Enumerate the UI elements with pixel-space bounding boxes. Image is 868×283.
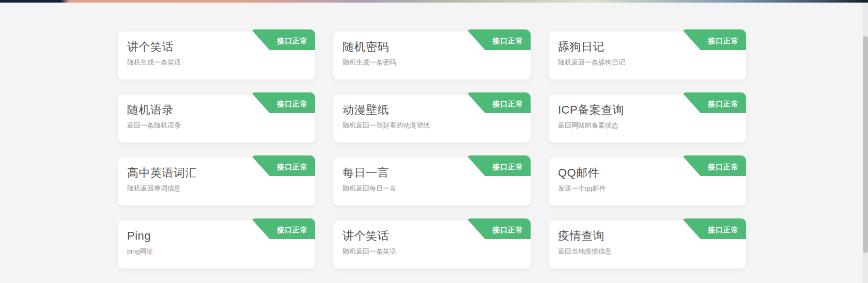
api-card-english-vocab[interactable]: 接口正常 高中英语词汇 随机返回单词信息 <box>118 158 315 206</box>
status-badge: 接口正常 <box>708 226 739 235</box>
api-card-joke-2[interactable]: 接口正常 讲个笑话 随机返回一条笑话 <box>333 221 531 269</box>
api-card-joke-1[interactable]: 接口正常 讲个笑话 随机生成一条笑话 <box>118 32 315 80</box>
status-badge: 接口正常 <box>277 226 308 235</box>
card-description: 发送一个qq邮件 <box>558 184 736 193</box>
api-card-ping[interactable]: 接口正常 Ping ping网址 <box>118 221 315 269</box>
top-banner-strip <box>0 0 868 3</box>
status-badge: 接口正常 <box>492 226 523 235</box>
card-description: 返回一条随机语录 <box>127 121 305 130</box>
api-card-random-password[interactable]: 接口正常 随机密码 随机生成一条密码 <box>333 32 531 80</box>
api-card-grid: 接口正常 讲个笑话 随机生成一条笑话 接口正常 随机密码 随机生成一条密码 接口… <box>118 32 746 269</box>
api-card-anime-wallpaper[interactable]: 接口正常 动漫壁纸 随机返回一张好看的动漫壁纸 <box>333 95 531 143</box>
card-description: 随机生成一条密码 <box>343 58 520 67</box>
status-badge: 接口正常 <box>277 163 308 172</box>
api-card-qq-mail[interactable]: 接口正常 QQ邮件 发送一个qq邮件 <box>549 158 746 206</box>
status-badge: 接口正常 <box>708 100 739 109</box>
api-card-random-quote[interactable]: 接口正常 随机语录 返回一条随机语录 <box>118 95 315 143</box>
scrollbar-track[interactable] <box>863 3 868 283</box>
status-badge: 接口正常 <box>708 37 739 46</box>
api-card-dog-diary[interactable]: 接口正常 舔狗日记 随机返回一条舔狗日记 <box>549 32 746 80</box>
status-badge: 接口正常 <box>277 100 308 109</box>
status-badge: 接口正常 <box>492 37 523 46</box>
card-description: 随机返回单词信息 <box>127 184 305 193</box>
card-description: 随机返回一张好看的动漫壁纸 <box>343 121 520 130</box>
status-badge: 接口正常 <box>708 163 739 172</box>
api-card-daily-sentence[interactable]: 接口正常 每日一言 随机返回每日一言 <box>333 158 531 206</box>
card-description: 返回当地疫情信息 <box>558 247 736 256</box>
status-badge: 接口正常 <box>492 100 523 109</box>
card-description: 随机生成一条笑话 <box>127 58 305 67</box>
card-description: 随机返回每日一言 <box>343 184 520 193</box>
status-badge: 接口正常 <box>492 163 523 172</box>
card-description: 随机返回一条笑话 <box>343 247 520 256</box>
card-description: ping网址 <box>127 247 305 256</box>
status-badge: 接口正常 <box>277 37 308 46</box>
scrollbar-thumb[interactable] <box>863 36 868 253</box>
api-card-icp-lookup[interactable]: 接口正常 ICP备案查询 返回网站的备案状态 <box>549 95 746 143</box>
card-description: 随机返回一条舔狗日记 <box>558 58 736 67</box>
api-card-covid-lookup[interactable]: 接口正常 疫情查询 返回当地疫情信息 <box>549 221 746 269</box>
card-description: 返回网站的备案状态 <box>558 121 736 130</box>
